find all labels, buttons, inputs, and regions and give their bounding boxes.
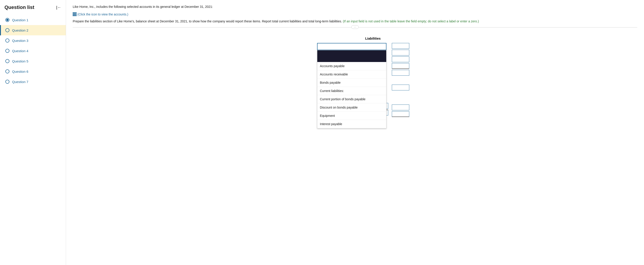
sidebar-item-q1[interactable]: Question 1 (0, 15, 66, 25)
sidebar-item-label-q1: Question 1 (12, 18, 28, 22)
sidebar-item-q2[interactable]: Question 2 (0, 25, 66, 35)
sidebar-item-q6[interactable]: Question 6 (0, 66, 66, 76)
radio-q3 (5, 38, 10, 42)
sidebar-item-q5[interactable]: Question 5 (0, 56, 66, 66)
radio-q2 (5, 28, 10, 32)
sidebar-item-label-q2: Question 2 (12, 28, 28, 32)
sidebar-item-q3[interactable]: Question 3 (0, 35, 66, 46)
green-note: (If an input field is not used in the ta… (343, 20, 479, 23)
dd-item-equipment[interactable]: Equipment (317, 112, 386, 120)
radio-q5 (5, 59, 10, 63)
input-after-discount1[interactable] (392, 104, 409, 110)
dropdown-container: Accounts payable Accounts receivable Bon… (317, 43, 386, 50)
dd-item-current-portion[interactable]: Current portion of bonds payable (317, 95, 386, 104)
click-link-text: (Click the icon to view the accounts.) (78, 12, 128, 16)
dropdown-open-list: Accounts payable Accounts receivable Bon… (317, 50, 386, 128)
liabilities-dropdown[interactable]: Accounts payable Accounts receivable Bon… (317, 43, 386, 50)
radio-q6 (5, 70, 10, 74)
intro-text: Like Home, Inc., includes the following … (73, 4, 637, 9)
dd-item-bonds-payable[interactable]: Bonds payable (317, 78, 386, 87)
input-row1[interactable] (392, 43, 409, 49)
view-accounts-link[interactable]: (Click the icon to view the accounts.) (73, 12, 128, 16)
input-row5[interactable] (392, 70, 409, 76)
sidebar-item-q7[interactable]: Question 7 (0, 76, 66, 87)
input-after-discount2[interactable] (392, 111, 409, 117)
divider: ··· (73, 27, 637, 28)
prepare-text: Prepare the liabilities section of Like … (73, 19, 637, 24)
radio-q1 (5, 18, 10, 22)
dd-item-accounts-receivable[interactable]: Accounts receivable (317, 70, 386, 78)
input-row4-dbl[interactable] (392, 63, 409, 69)
sidebar-item-label-q4: Question 4 (12, 49, 28, 53)
sidebar-item-label-q3: Question 3 (12, 39, 28, 42)
sidebar-header: Question list |← (0, 4, 66, 15)
liabilities-title: Liabilities (319, 36, 427, 40)
collapse-icon[interactable]: |← (56, 5, 61, 10)
radio-q7 (5, 80, 10, 84)
main-content: Like Home, Inc., includes the following … (66, 0, 644, 265)
sidebar-item-label-q7: Question 7 (12, 80, 28, 84)
input-row2[interactable] (392, 50, 409, 56)
sidebar-item-q4[interactable]: Question 4 (0, 46, 66, 56)
input-current-liab[interactable] (392, 84, 409, 90)
radio-q4 (5, 49, 10, 53)
sidebar-item-label-q5: Question 5 (12, 59, 28, 63)
sidebar: Question list |← Question 1 Question 2 Q… (0, 0, 66, 265)
dd-header-dark (317, 50, 386, 62)
dd-item-accounts-payable[interactable]: Accounts payable (317, 62, 386, 70)
liabilities-section: Liabilities Accounts payable Accounts re… (73, 32, 637, 54)
divider-dots: ··· (351, 25, 358, 29)
grid-icon (73, 12, 76, 16)
sidebar-title: Question list (4, 4, 34, 10)
dd-item-discount[interactable]: Discount on bonds payable (317, 104, 386, 112)
input-row3[interactable] (392, 56, 409, 62)
dd-item-current-liabilities[interactable]: Current liabilities: (317, 87, 386, 95)
dd-item-interest-payable[interactable]: Interest payable (317, 120, 386, 128)
sidebar-item-label-q6: Question 6 (12, 70, 28, 74)
